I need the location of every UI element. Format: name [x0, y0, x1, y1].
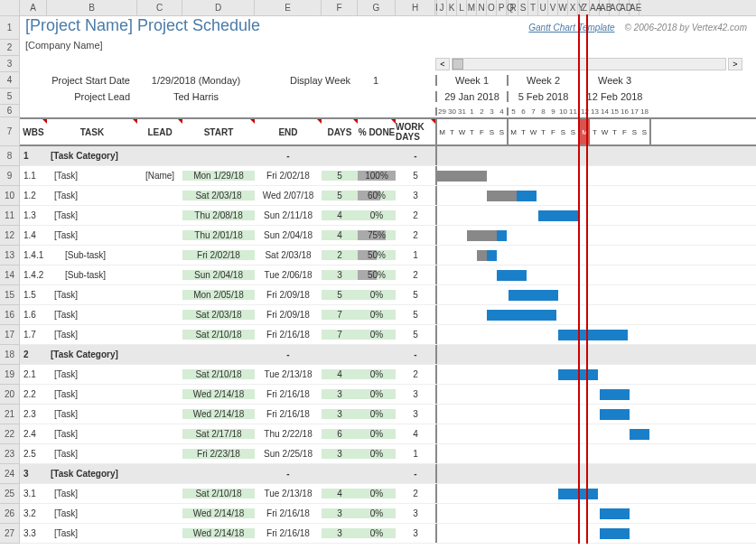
- days-cell[interactable]: 4: [322, 489, 358, 498]
- scroll-track[interactable]: [452, 58, 726, 70]
- table-row[interactable]: 1.1[Task][Name]Mon 1/29/18Fri 2/02/18510…: [20, 166, 756, 186]
- start-cell[interactable]: Fri 2/23/18: [182, 449, 255, 459]
- end-cell[interactable]: -: [255, 349, 322, 359]
- table-row[interactable]: 1.7[Task]Sat 2/10/18Fri 2/16/1870%5: [20, 325, 756, 345]
- col-header[interactable]: AC: [610, 0, 620, 15]
- row-header[interactable]: 24: [0, 464, 19, 484]
- pct-cell[interactable]: 0%: [358, 210, 396, 220]
- wbs-cell[interactable]: 1.3: [20, 210, 47, 220]
- days-cell[interactable]: 3: [322, 409, 358, 419]
- wbs-cell[interactable]: 1.4.1: [20, 250, 47, 260]
- pct-cell[interactable]: 0%: [358, 330, 396, 340]
- task-cell[interactable]: [Sub-task]: [47, 270, 137, 280]
- row-header[interactable]: 21: [0, 405, 19, 424]
- days-cell[interactable]: 4: [322, 210, 358, 220]
- task-cell[interactable]: [Task]: [47, 489, 137, 498]
- wbs-cell[interactable]: 3.1: [20, 489, 47, 498]
- template-link[interactable]: Gantt Chart Template: [528, 23, 614, 33]
- col-header[interactable]: R: [509, 0, 518, 15]
- pct-cell[interactable]: 0%: [358, 409, 396, 419]
- days-cell[interactable]: 7: [322, 330, 358, 340]
- end-cell[interactable]: Tue 2/13/18: [255, 369, 322, 379]
- row-header[interactable]: 19: [0, 365, 19, 385]
- workdays-cell[interactable]: 3: [396, 508, 435, 518]
- col-header[interactable]: P: [497, 0, 507, 15]
- days-cell[interactable]: 5: [322, 191, 358, 200]
- row-header[interactable]: 15: [0, 285, 19, 305]
- end-cell[interactable]: Sun 2/25/18: [255, 449, 322, 459]
- table-row[interactable]: 1.4.2[Sub-task]Sun 2/04/18Tue 2/06/18350…: [20, 266, 756, 285]
- workdays-cell[interactable]: 3: [396, 528, 435, 538]
- start-cell[interactable]: Sat 2/03/18: [182, 191, 255, 200]
- pct-cell[interactable]: 0%: [358, 528, 396, 538]
- pct-cell[interactable]: 0%: [358, 369, 396, 379]
- col-header[interactable]: AE: [630, 0, 639, 15]
- pct-cell[interactable]: 0%: [358, 508, 396, 518]
- col-header[interactable]: M: [467, 0, 477, 15]
- col-header[interactable]: G: [358, 0, 396, 15]
- wbs-cell[interactable]: 2.5: [20, 449, 47, 459]
- end-cell[interactable]: Fri 2/16/18: [255, 330, 322, 340]
- task-cell[interactable]: [Task]: [47, 230, 137, 240]
- pct-cell[interactable]: 0%: [358, 449, 396, 459]
- workdays-cell[interactable]: 5: [396, 330, 435, 340]
- wbs-cell[interactable]: 3.3: [20, 528, 47, 538]
- table-row[interactable]: 1.6[Task]Sat 2/03/18Fri 2/09/1870%5: [20, 305, 756, 325]
- start-cell[interactable]: Sun 2/04/18: [182, 270, 255, 280]
- wbs-cell[interactable]: 2.2: [20, 389, 47, 399]
- workdays-cell[interactable]: 2: [396, 489, 435, 498]
- pct-cell[interactable]: 0%: [358, 389, 396, 399]
- table-row[interactable]: 1.4.1[Sub-task]Fri 2/02/18Sat 2/03/18250…: [20, 246, 756, 266]
- start-cell[interactable]: Fri 2/02/18: [182, 250, 255, 260]
- task-cell[interactable]: [Task]: [47, 310, 137, 320]
- workdays-cell[interactable]: 2: [396, 270, 435, 280]
- end-cell[interactable]: Tue 2/06/18: [255, 270, 322, 280]
- days-cell[interactable]: 3: [322, 270, 358, 280]
- row-header[interactable]: 20: [0, 385, 19, 405]
- lead-value[interactable]: Ted Harris: [137, 91, 255, 102]
- row-header[interactable]: 9: [0, 166, 19, 186]
- start-cell[interactable]: Wed 2/14/18: [182, 508, 255, 518]
- start-cell[interactable]: Sat 2/10/18: [182, 369, 255, 379]
- days-cell[interactable]: 4: [322, 230, 358, 240]
- task-cell[interactable]: [Task]: [47, 369, 137, 379]
- row-header[interactable]: 25: [0, 484, 19, 504]
- workdays-cell[interactable]: 3: [396, 409, 435, 419]
- table-row[interactable]: 1.3[Task]Thu 2/08/18Sun 2/11/1840%2: [20, 206, 756, 226]
- end-cell[interactable]: Sun 2/04/18: [255, 230, 322, 240]
- task-cell[interactable]: [Sub-task]: [47, 250, 137, 260]
- wbs-cell[interactable]: 3: [20, 469, 47, 479]
- workdays-cell[interactable]: 3: [396, 191, 435, 200]
- days-cell[interactable]: 5: [322, 290, 358, 300]
- col-header[interactable]: N: [477, 0, 487, 15]
- col-header-task[interactable]: TASK: [47, 119, 137, 144]
- end-cell[interactable]: Fri 2/16/18: [255, 389, 322, 399]
- wbs-cell[interactable]: 1: [20, 151, 47, 161]
- col-header[interactable]: X: [568, 0, 578, 15]
- start-cell[interactable]: Mon 2/05/18: [182, 290, 255, 300]
- col-header-start[interactable]: START: [182, 119, 255, 144]
- col-header-% done[interactable]: % DONE: [358, 119, 396, 144]
- col-header[interactable]: F: [322, 0, 358, 15]
- workdays-cell[interactable]: 5: [396, 290, 435, 300]
- row-header[interactable]: 12: [0, 226, 19, 246]
- days-cell[interactable]: 2: [322, 250, 358, 260]
- col-header[interactable]: AA: [590, 0, 600, 15]
- start-cell[interactable]: Mon 1/29/18: [182, 171, 255, 181]
- start-cell[interactable]: Sat 2/10/18: [182, 489, 255, 498]
- task-cell[interactable]: [Task]: [47, 429, 137, 439]
- pct-cell[interactable]: 75%: [358, 230, 396, 240]
- end-cell[interactable]: Sun 2/11/18: [255, 210, 322, 220]
- wbs-cell[interactable]: 1.7: [20, 330, 47, 340]
- end-cell[interactable]: Fri 2/09/18: [255, 310, 322, 320]
- end-cell[interactable]: -: [255, 469, 322, 479]
- row-header[interactable]: 16: [0, 305, 19, 325]
- wbs-cell[interactable]: 1.2: [20, 191, 47, 200]
- end-cell[interactable]: Thu 2/22/18: [255, 429, 322, 439]
- table-row[interactable]: 2.4[Task]Sat 2/17/18Thu 2/22/1860%4: [20, 424, 756, 444]
- wbs-cell[interactable]: 2: [20, 349, 47, 359]
- col-header[interactable]: U: [538, 0, 548, 15]
- workdays-cell[interactable]: 2: [396, 210, 435, 220]
- start-cell[interactable]: Sat 2/17/18: [182, 429, 255, 439]
- pct-cell[interactable]: 50%: [358, 270, 396, 280]
